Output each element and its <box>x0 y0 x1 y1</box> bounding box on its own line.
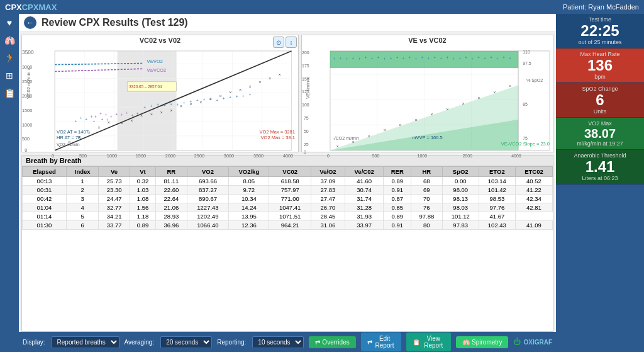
reporting-select[interactable]: 10 seconds <box>252 336 304 348</box>
svg-text:25: 25 <box>304 142 309 147</box>
svg-text:×: × <box>258 79 261 85</box>
svg-text:2500: 2500 <box>194 152 204 158</box>
table-cell: 890.67 <box>187 195 229 203</box>
table-cell: 42.81 <box>515 203 552 212</box>
table-header-vc02: VC02 <box>269 167 311 177</box>
averaging-select[interactable]: 20 seconds <box>160 336 212 348</box>
table-cell: 10.34 <box>229 195 269 203</box>
back-button[interactable]: ← <box>24 16 36 29</box>
table-cell: 81.11 <box>156 177 187 186</box>
view-report-icon: 📋 <box>413 339 420 346</box>
chart1-x-axis-label: VO2 ml/min <box>57 142 80 147</box>
sidebar-icon-grid[interactable]: ⊞ <box>4 69 14 82</box>
svg-text:3500: 3500 <box>253 152 264 158</box>
spirometry-button[interactable]: 🫁 Spirometry <box>456 336 508 348</box>
table-cell: 0.32 <box>130 177 155 186</box>
svg-text:+: + <box>203 98 205 102</box>
svg-text:3000: 3000 <box>224 152 234 158</box>
table-cell: 8.05 <box>229 177 269 186</box>
overrides-button[interactable]: ⇄ Overrides <box>309 336 355 348</box>
svg-text:+: + <box>490 55 492 60</box>
svg-text:+: + <box>75 119 77 123</box>
svg-text:+: + <box>384 57 386 61</box>
table-cell: 98.53 <box>479 195 515 203</box>
sidebar-icon-heart[interactable]: ♥ <box>6 16 13 29</box>
table-cell: 693.66 <box>187 177 229 186</box>
table-cell: 00:13 <box>23 177 67 186</box>
svg-text:×: × <box>121 120 123 126</box>
brand-label: OXIGRAF <box>523 339 552 346</box>
svg-text:85: 85 <box>523 101 528 107</box>
svg-text:×: × <box>219 93 222 99</box>
svg-text:+: + <box>216 98 218 103</box>
svg-text:+: + <box>390 56 392 60</box>
svg-text:+: + <box>377 55 380 60</box>
chart1-settings-btn[interactable]: ↕ <box>286 37 297 48</box>
app: CPXCPXMAX Patient: Ryan McFadden ♥ 🫁 🏃 ⊞… <box>0 0 644 352</box>
table-cell: 30.74 <box>345 186 384 195</box>
chart1-zoom-btn[interactable]: ⊙ <box>273 37 284 48</box>
svg-text:+: + <box>136 111 139 116</box>
svg-text:+: + <box>249 93 252 97</box>
table-cell: 101.42 <box>479 186 515 195</box>
svg-text:+: + <box>358 57 361 61</box>
svg-text:×: × <box>493 89 496 95</box>
stat-test-time-value: 22:25 <box>561 23 639 38</box>
svg-text:175: 175 <box>302 63 309 69</box>
svg-text:×: × <box>209 96 212 102</box>
table-row: 00:31223.301.0322.60837.279.72757.9727.8… <box>23 186 553 195</box>
view-report-button[interactable]: 📋 View Report <box>406 332 451 351</box>
table-cell: 68 <box>411 177 443 186</box>
logo-max: CPXMAX <box>22 3 57 12</box>
svg-text:500: 500 <box>372 152 380 158</box>
table-cell: 1227.43 <box>187 203 229 212</box>
svg-text:110: 110 <box>523 49 530 55</box>
table-header-etc02: ETC02 <box>515 167 552 177</box>
svg-text:+: + <box>446 55 448 60</box>
svg-text:×: × <box>477 95 480 101</box>
svg-text:100: 100 <box>302 102 309 108</box>
svg-text:+: + <box>433 55 436 60</box>
svg-text:×: × <box>384 127 386 133</box>
table-cell: 27.83 <box>311 186 345 195</box>
table-cell: 1.56 <box>130 203 155 212</box>
svg-text:4000: 4000 <box>511 152 521 158</box>
power-icon: ⏻ <box>513 338 521 346</box>
svg-text:3320.65 – 2857.04: 3320.65 – 2857.04 <box>129 84 162 89</box>
svg-text:+: + <box>170 102 172 106</box>
table-cell: 0.89 <box>130 221 155 230</box>
table-cell: 9.72 <box>229 186 269 195</box>
table-cell: 1047.41 <box>269 203 311 212</box>
table-cell: 33.77 <box>99 221 130 230</box>
svg-text:+: + <box>427 56 430 60</box>
brand-area: ⏻ OXIGRAF <box>513 338 552 346</box>
svg-text:×: × <box>249 84 252 89</box>
table-cell: 0.89 <box>384 212 411 221</box>
display-select[interactable]: Reported breaths <box>52 336 119 348</box>
table-body: 00:13125.730.3281.11693.668.05618.5837.0… <box>23 177 553 230</box>
table-scroll-container[interactable]: ElapsedIndexVeVtRRVO2VO2/kgVC02Ve/O2Ve/C… <box>22 166 553 331</box>
svg-text:+: + <box>80 116 82 120</box>
svg-text:0: 0 <box>327 152 330 158</box>
table-header-vec02: Ve/C02 <box>345 167 384 177</box>
sidebar-icon-report[interactable]: 📋 <box>3 87 16 99</box>
stat-spo2-value: 6 <box>561 93 639 108</box>
edit-report-icon: ⇄ <box>367 339 372 346</box>
table-header-vo2: VO2 <box>187 167 229 177</box>
svg-text:0: 0 <box>25 147 27 153</box>
svg-text:×: × <box>199 99 202 105</box>
svg-text:×: × <box>229 89 231 95</box>
edit-report-button[interactable]: ⇄ Edit Report <box>361 332 402 351</box>
stat-at-unit: Liters at 06:23 <box>561 175 639 181</box>
logo-cpx: CPX <box>5 3 22 12</box>
svg-text:1500: 1500 <box>136 152 146 158</box>
stat-vo2-unit: ml/kg/min at 19:27 <box>561 140 639 147</box>
sidebar-icon-lungs[interactable]: 🫁 <box>3 34 16 47</box>
edit-report-label: Edit Report <box>374 335 396 349</box>
table-cell: 40.52 <box>515 177 552 186</box>
svg-text:+: + <box>115 112 118 116</box>
sidebar-icon-activity[interactable]: 🏃 <box>3 52 16 64</box>
table-cell: 98.13 <box>442 195 479 203</box>
table-cell: 1.03 <box>130 186 155 195</box>
stat-vo2-label: VO2 Max <box>561 120 639 127</box>
